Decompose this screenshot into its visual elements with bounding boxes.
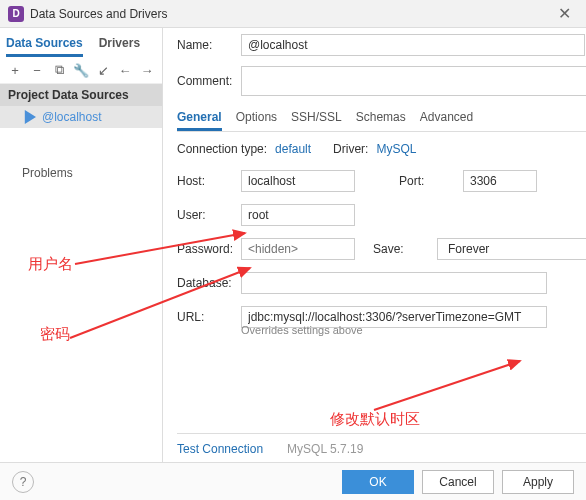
name-label: Name: [177, 38, 241, 52]
save-label: Save: [373, 242, 437, 256]
driver-version: MySQL 5.7.19 [287, 442, 363, 456]
tree-item-localhost[interactable]: @localhost [0, 106, 162, 128]
password-input[interactable] [241, 238, 355, 260]
user-input[interactable] [241, 204, 355, 226]
right-tabs: General Options SSH/SSL Schemas Advanced [177, 106, 586, 132]
copy-icon[interactable]: ⧉ [50, 61, 68, 79]
conn-type-link[interactable]: default [275, 142, 311, 156]
connection-type-row: Connection type: default Driver: MySQL [177, 142, 586, 156]
apply-button[interactable]: Apply [502, 470, 574, 494]
rtab-advanced[interactable]: Advanced [420, 106, 473, 131]
url-hint: Overrides settings above [241, 324, 586, 336]
titlebar: D Data Sources and Drivers ✕ [0, 0, 586, 28]
close-icon[interactable]: ✕ [550, 0, 578, 28]
cancel-button[interactable]: Cancel [422, 470, 494, 494]
driver-link[interactable]: MySQL [376, 142, 416, 156]
tree-item-problems[interactable]: Problems [0, 158, 162, 188]
name-input[interactable] [241, 34, 585, 56]
host-input[interactable] [241, 170, 355, 192]
test-connection-link[interactable]: Test Connection [177, 442, 263, 456]
driver-label: Driver: [333, 142, 368, 156]
tab-data-sources[interactable]: Data Sources [6, 32, 83, 57]
datasource-icon [22, 110, 36, 124]
app-icon: D [8, 6, 24, 22]
tree-group-project: Project Data Sources [0, 84, 162, 106]
rtab-options[interactable]: Options [236, 106, 277, 131]
remove-icon[interactable]: − [28, 61, 46, 79]
wrench-icon[interactable]: 🔧 [72, 61, 90, 79]
save-select[interactable]: Forever [437, 238, 586, 260]
conn-type-label: Connection type: [177, 142, 267, 156]
url-label: URL: [177, 310, 241, 324]
port-input[interactable] [463, 170, 537, 192]
tree-item-label: @localhost [42, 110, 102, 124]
database-label: Database: [177, 276, 241, 290]
dialog-footer: ? OK Cancel Apply [0, 462, 586, 500]
sidebar-tree: Project Data Sources @localhost Problems [0, 84, 162, 462]
password-label: Password: [177, 242, 241, 256]
help-icon[interactable]: ? [12, 471, 34, 493]
forward-icon[interactable]: → [138, 61, 156, 79]
host-label: Host: [177, 174, 241, 188]
rtab-general[interactable]: General [177, 106, 222, 131]
sidebar-toolbar: + − ⧉ 🔧 ↙ ← → [0, 57, 162, 84]
database-input[interactable] [241, 272, 547, 294]
ok-button[interactable]: OK [342, 470, 414, 494]
add-icon[interactable]: + [6, 61, 24, 79]
undo-icon[interactable]: ↙ [94, 61, 112, 79]
right-pane: Name: Comment: ⤢ General Options SSH/SSL… [163, 28, 586, 462]
comment-input[interactable]: ⤢ [241, 66, 586, 96]
user-label: User: [177, 208, 241, 222]
rtab-schemas[interactable]: Schemas [356, 106, 406, 131]
port-label: Port: [399, 174, 463, 188]
comment-label: Comment: [177, 74, 241, 88]
window-title: Data Sources and Drivers [30, 7, 550, 21]
left-tabs: Data Sources Drivers [0, 28, 162, 57]
rtab-sshssl[interactable]: SSH/SSL [291, 106, 342, 131]
right-footer: Test Connection MySQL 5.7.19 ⟲ [177, 433, 586, 458]
sidebar: Data Sources Drivers + − ⧉ 🔧 ↙ ← → Proje… [0, 28, 163, 462]
back-icon[interactable]: ← [116, 61, 134, 79]
tab-drivers[interactable]: Drivers [99, 32, 140, 57]
